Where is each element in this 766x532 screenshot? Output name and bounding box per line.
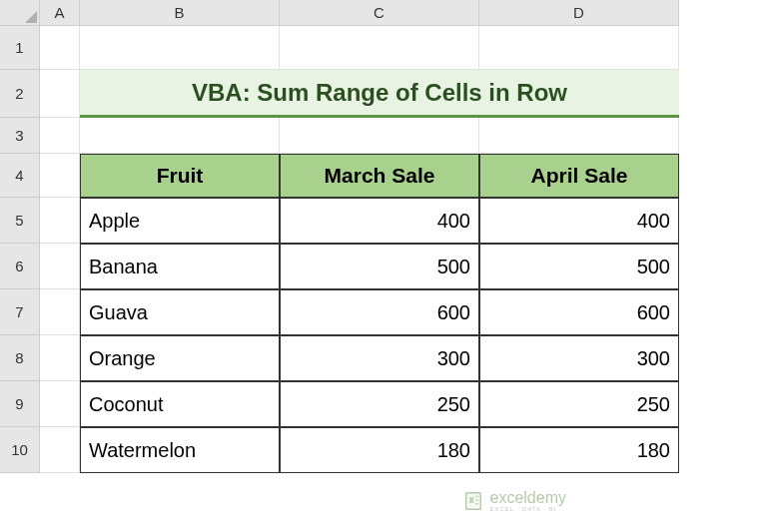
cell-a10[interactable] <box>40 427 80 473</box>
cell-march-4[interactable]: 250 <box>280 381 479 427</box>
header-fruit[interactable]: Fruit <box>80 154 280 198</box>
cell-a5[interactable] <box>40 198 80 244</box>
title-cell[interactable]: VBA: Sum Range of Cells in Row <box>80 70 679 118</box>
col-header-a[interactable]: A <box>40 0 80 26</box>
cell-a3[interactable] <box>40 118 80 154</box>
cell-fruit-0[interactable]: Apple <box>80 198 280 244</box>
cell-d1[interactable] <box>479 26 679 70</box>
cell-april-2[interactable]: 600 <box>479 289 679 335</box>
cell-a9[interactable] <box>40 381 80 427</box>
cell-d3[interactable] <box>479 118 679 154</box>
row-header-8[interactable]: 8 <box>0 335 40 381</box>
cell-march-3[interactable]: 300 <box>280 335 479 381</box>
row-header-1[interactable]: 1 <box>0 26 40 70</box>
cell-april-4[interactable]: 250 <box>479 381 679 427</box>
excel-icon <box>462 490 484 512</box>
row-header-2[interactable]: 2 <box>0 70 40 118</box>
cell-march-2[interactable]: 600 <box>280 289 479 335</box>
cell-april-1[interactable]: 500 <box>479 244 679 289</box>
col-header-c[interactable]: C <box>280 0 479 26</box>
row-header-6[interactable]: 6 <box>0 244 40 289</box>
row-header-9[interactable]: 9 <box>0 381 40 427</box>
cell-a8[interactable] <box>40 335 80 381</box>
header-april[interactable]: April Sale <box>479 154 679 198</box>
col-header-d[interactable]: D <box>479 0 679 26</box>
spreadsheet-grid: A B C D 1 2 VBA: Sum Range of Cells in R… <box>0 0 766 473</box>
cell-a4[interactable] <box>40 154 80 198</box>
row-header-5[interactable]: 5 <box>0 198 40 244</box>
svg-rect-0 <box>465 493 480 510</box>
cell-march-5[interactable]: 180 <box>280 427 479 473</box>
cell-c3[interactable] <box>280 118 479 154</box>
row-header-4[interactable]: 4 <box>0 154 40 198</box>
cell-april-5[interactable]: 180 <box>479 427 679 473</box>
row-header-7[interactable]: 7 <box>0 289 40 335</box>
cell-a1[interactable] <box>40 26 80 70</box>
cell-b3[interactable] <box>80 118 280 154</box>
cell-c1[interactable] <box>280 26 479 70</box>
cell-april-0[interactable]: 400 <box>479 198 679 244</box>
select-all-corner[interactable] <box>0 0 40 26</box>
row-header-3[interactable]: 3 <box>0 118 40 154</box>
watermark-main: exceldemy <box>490 490 566 506</box>
cell-a7[interactable] <box>40 289 80 335</box>
cell-march-0[interactable]: 400 <box>280 198 479 244</box>
cell-april-3[interactable]: 300 <box>479 335 679 381</box>
cell-a6[interactable] <box>40 244 80 289</box>
row-header-10[interactable]: 10 <box>0 427 40 473</box>
cell-fruit-5[interactable]: Watermelon <box>80 427 280 473</box>
cell-fruit-3[interactable]: Orange <box>80 335 280 381</box>
watermark: exceldemy EXCEL · DATA · BI <box>462 490 566 512</box>
cell-b1[interactable] <box>80 26 280 70</box>
cell-fruit-2[interactable]: Guava <box>80 289 280 335</box>
cell-march-1[interactable]: 500 <box>280 244 479 289</box>
cell-fruit-1[interactable]: Banana <box>80 244 280 289</box>
cell-a2[interactable] <box>40 70 80 118</box>
col-header-b[interactable]: B <box>80 0 280 26</box>
watermark-sub: EXCEL · DATA · BI <box>490 506 566 512</box>
cell-fruit-4[interactable]: Coconut <box>80 381 280 427</box>
header-march[interactable]: March Sale <box>280 154 479 198</box>
